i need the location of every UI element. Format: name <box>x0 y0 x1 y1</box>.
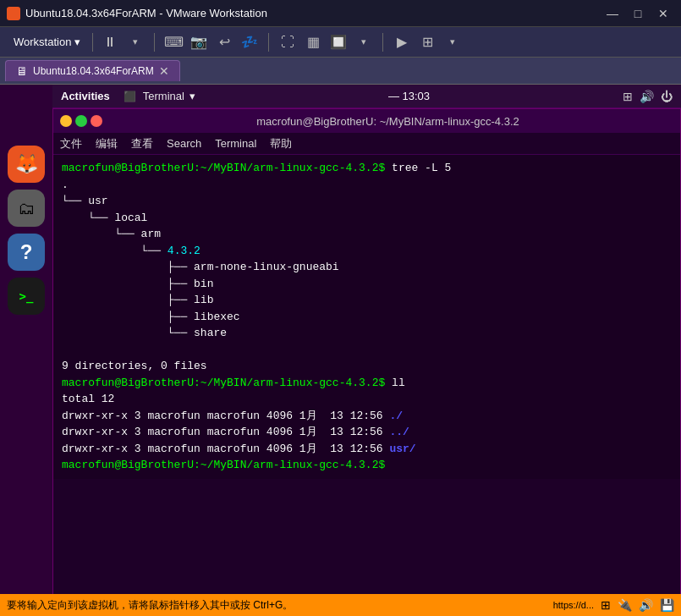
term-menu-view[interactable]: 查看 <box>131 136 153 151</box>
terminal-content[interactable]: macrofun@BigBrotherU:~/MyBIN/arm-linux-g… <box>53 155 680 479</box>
status-url: https://d... <box>553 600 594 610</box>
vm-tab[interactable]: 🖥 Ubuntu18.04.3x64ForARM ✕ <box>5 60 180 81</box>
separator4 <box>382 33 383 52</box>
window-title: Ubuntu18.04.3x64ForARM - VMware Workstat… <box>25 7 601 19</box>
full-screen-button[interactable]: ⛶ <box>276 30 299 54</box>
hdd-status-icon: 💾 <box>660 598 674 612</box>
help-text: ? <box>20 240 33 264</box>
view-dropdown[interactable]: ▾ <box>352 30 376 54</box>
suspend-button[interactable]: 💤 <box>238 30 261 54</box>
prompt-2: macrofun@BigBrotherU:~/MyBIN/arm-linux-g… <box>62 377 385 389</box>
term-menu-search[interactable]: Search <box>167 137 201 150</box>
status-message: 要将输入定向到该虚拟机，请将鼠标指针移入其中或按 Ctrl+G。 <box>7 598 293 613</box>
terminal-final-prompt: macrofun@BigBrotherU:~/MyBIN/arm-linux-g… <box>62 457 672 474</box>
dock-files-icon[interactable]: 🗂 <box>8 190 45 227</box>
settings-button[interactable]: ⊞ <box>415 30 439 54</box>
terminal-line-ll-prompt: macrofun@BigBrotherU:~/MyBIN/arm-linux-g… <box>62 375 672 392</box>
vm-content-area: 🦊 🗂 ? >_ ⠿ Activities ⬛ Terminal ▾ <box>0 85 681 616</box>
prompt-1: macrofun@BigBrotherU:~/MyBIN/arm-linux-g… <box>62 162 385 174</box>
minimize-button[interactable]: — <box>601 5 623 22</box>
ubuntu-topbar: Activities ⬛ Terminal ▾ — 13:03 ⊞ 🔊 ⏻ <box>52 85 681 108</box>
terminal-stats-1: 9 directories, 0 files <box>62 358 672 375</box>
power-icon[interactable]: ⏻ <box>661 90 673 103</box>
terminal-menu-label: Terminal <box>143 90 184 102</box>
tab-label: Ubuntu18.04.3x64ForARM <box>33 65 154 77</box>
terminal-line-11: └── share <box>62 325 672 342</box>
terminal-maximize-button[interactable] <box>75 115 87 127</box>
terminal-menubar: 文件 编辑 查看 Search Terminal 帮助 <box>53 133 680 155</box>
term-menu-edit[interactable]: 编辑 <box>96 136 118 151</box>
terminal-line-3: └── usr <box>62 193 672 210</box>
dock-help-icon[interactable]: ? <box>8 234 45 271</box>
separator3 <box>268 33 269 52</box>
workstation-label: Workstation <box>14 36 71 48</box>
pause-dropdown[interactable]: ▾ <box>124 30 147 54</box>
tab-vm-icon: 🖥 <box>16 64 28 78</box>
pause-button[interactable]: ⏸ <box>98 30 122 54</box>
terminal-window-title: macrofun@BigBrotherU: ~/MyBIN/arm-linux-… <box>102 115 673 128</box>
window-controls: — □ ✕ <box>601 5 674 22</box>
status-right: https://d... ⊞ 🔌 🔊 💾 <box>553 598 674 612</box>
prompt-3: macrofun@BigBrotherU:~/MyBIN/arm-linux-g… <box>62 459 385 471</box>
audio-status-icon: 🔊 <box>639 598 653 612</box>
term-menu-help[interactable]: 帮助 <box>270 136 292 151</box>
settings-dropdown[interactable]: ▾ <box>441 30 464 54</box>
snapshot-button[interactable]: 📷 <box>187 30 211 54</box>
terminal-window-titlebar: macrofun@BigBrotherU: ~/MyBIN/arm-linux-… <box>53 109 680 133</box>
volume-icon[interactable]: 🔊 <box>640 90 654 103</box>
terminal-line-1: macrofun@BigBrotherU:~/MyBIN/arm-linux-g… <box>62 160 672 177</box>
terminal-line-4: └── local <box>62 210 672 227</box>
tabbar: 🖥 Ubuntu18.04.3x64ForARM ✕ <box>0 58 681 85</box>
terminal-line-6: └── 4.3.2 <box>62 243 672 260</box>
terminal-minimize-button[interactable] <box>60 115 72 127</box>
network-icon[interactable]: ⊞ <box>623 90 633 103</box>
tab-close-button[interactable]: ✕ <box>159 64 169 78</box>
terminal-window-controls <box>60 115 102 127</box>
terminal-blank <box>62 342 672 359</box>
console-button[interactable]: ▶ <box>390 30 414 54</box>
cmd-2: ll <box>392 377 405 389</box>
system-tray: ⊞ 🔊 ⏻ <box>623 90 673 103</box>
terminal-perm-2: drwxr-xr-x 3 macrofun macrofun 4096 1月 1… <box>62 424 672 441</box>
toolbar-icons: ⏸ ▾ ⌨ 📷 ↩ 💤 ⛶ ▦ 🔲 ▾ ▶ ⊞ ▾ <box>98 30 464 54</box>
terminal-line-10: ├── libexec <box>62 309 672 326</box>
system-time: — 13:03 <box>195 90 623 102</box>
main-desktop: Activities ⬛ Terminal ▾ — 13:03 ⊞ 🔊 ⏻ <box>52 85 681 616</box>
send-ctrl-alt-del-button[interactable]: ⌨ <box>162 30 185 54</box>
terminal-perm-1: drwxr-xr-x 3 macrofun macrofun 4096 1月 1… <box>62 408 672 425</box>
ubuntu-dock: 🦊 🗂 ? >_ ⠿ <box>0 139 52 616</box>
ubuntu-desktop: 🦊 🗂 ? >_ ⠿ Activities ⬛ Terminal ▾ <box>0 85 681 616</box>
workstation-dropdown-icon: ▾ <box>74 36 80 48</box>
view-button[interactable]: 🔲 <box>327 30 350 54</box>
separator <box>92 33 93 52</box>
term-menu-file[interactable]: 文件 <box>60 136 82 151</box>
terminal-line-2: . <box>62 177 672 194</box>
terminal-line-5: └── arm <box>62 226 672 243</box>
usb-status-icon: 🔌 <box>618 598 632 612</box>
terminal-icon-text: >_ <box>19 289 34 303</box>
maximize-button[interactable]: □ <box>627 5 649 22</box>
vmware-icon <box>7 7 20 20</box>
cmd-1: tree -L 5 <box>392 162 451 174</box>
terminal-menu-icon: ⬛ <box>124 91 136 102</box>
close-button[interactable]: ✕ <box>652 5 674 22</box>
term-menu-terminal[interactable]: Terminal <box>215 137 256 150</box>
dock-firefox-icon[interactable]: 🦊 <box>8 146 45 183</box>
terminal-perm-3: drwxr-xr-x 3 macrofun macrofun 4096 1月 1… <box>62 441 672 458</box>
statusbar: 要将输入定向到该虚拟机，请将鼠标指针移入其中或按 Ctrl+G。 https:/… <box>0 594 681 616</box>
workstation-menubar: Workstation ▾ ⏸ ▾ ⌨ 📷 ↩ 💤 ⛶ ▦ 🔲 ▾ ▶ ⊞ ▾ <box>0 27 681 58</box>
unity-button[interactable]: ▦ <box>301 30 325 54</box>
terminal-close-button[interactable] <box>91 115 102 127</box>
separator2 <box>154 33 155 52</box>
terminal-line-9: ├── lib <box>62 292 672 309</box>
activities-button[interactable]: Activities <box>61 90 110 102</box>
network-status-icon: ⊞ <box>601 598 611 612</box>
dock-terminal-icon[interactable]: >_ <box>8 278 45 315</box>
revert-button[interactable]: ↩ <box>212 30 236 54</box>
workstation-menu-button[interactable]: Workstation ▾ <box>7 32 87 52</box>
terminal-total: total 12 <box>62 391 672 408</box>
terminal-menu-arrow: ▾ <box>189 90 195 102</box>
terminal-menu-button[interactable]: ⬛ Terminal ▾ <box>124 90 195 102</box>
titlebar: Ubuntu18.04.3x64ForARM - VMware Workstat… <box>0 0 681 27</box>
terminal-line-7: ├── arm-none-linux-gnueabi <box>62 259 672 276</box>
